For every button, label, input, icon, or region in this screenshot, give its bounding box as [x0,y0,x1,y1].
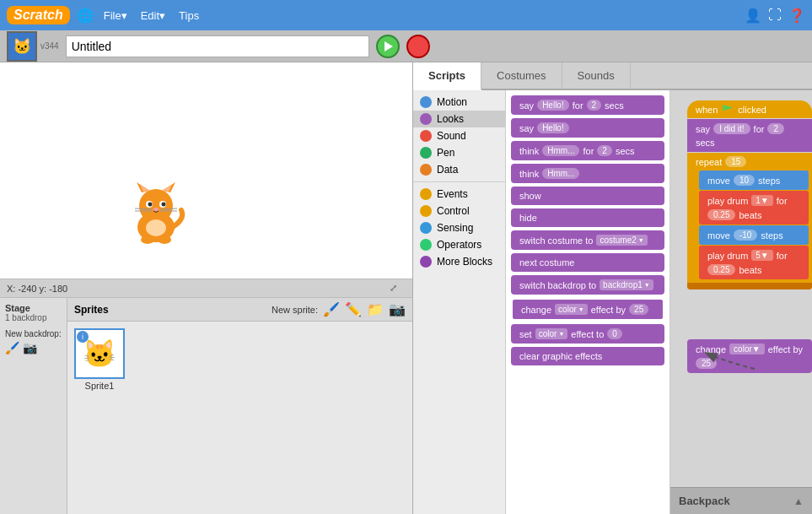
svg-point-8 [148,203,153,207]
stop-button[interactable] [406,35,430,58]
stage-info: Stage 1 backdrop New backdrop: 🖌️ 📷 [0,298,67,514]
cat-moreblocks[interactable]: More Blocks [413,253,505,270]
block-text: beats [739,210,761,220]
x-coord: X: -240 y: -180 [7,284,67,294]
sprites-header: Sprites New sprite: 🖌️ ✏️ 📁 📷 [67,298,412,322]
block-text: for [777,251,788,261]
block-text: play drum [707,196,748,206]
scratch-logo[interactable]: Scratch [7,6,70,24]
move-10-block[interactable]: move 10 steps [699,170,809,190]
resize-icon[interactable]: ⤢ [390,283,397,294]
cat-sensing[interactable]: Sensing [413,219,505,236]
cat-looks[interactable]: Looks [413,111,505,127]
control-label: Control [437,205,470,217]
block-text: repeat [696,157,722,167]
effect-dropdown[interactable]: color [555,304,588,315]
fullscreen-icon[interactable]: ⛶ [768,8,782,24]
paint-icon[interactable]: 🖌️ [5,341,19,354]
color-effect-dropdown[interactable]: color▼ [729,344,765,354]
backpack-arrow-icon: ▲ [793,495,804,507]
help-icon[interactable]: ❓ [788,8,805,24]
photo-icon[interactable]: 📷 [23,341,37,354]
operators-label: Operators [437,239,481,251]
block-text: when [696,105,718,115]
camera-sprite-icon[interactable]: 📷 [389,301,406,317]
folder-sprite-icon[interactable]: 📁 [367,301,384,317]
tab-scripts[interactable]: Scripts [413,62,481,90]
sprite-item[interactable]: i 🐱 Sprite1 [74,328,125,391]
cat-data[interactable]: Data [413,161,505,178]
edit-menu[interactable]: Edit▾ [137,9,169,22]
share-icon[interactable]: 👤 [745,8,761,24]
block-hide[interactable]: hide [511,208,664,227]
drum-dropdown-5[interactable]: 5▼ [751,250,772,261]
backpack-label: Backpack [679,495,730,507]
pen-label: Pen [437,147,454,159]
svg-point-16 [158,235,171,244]
cat-events[interactable]: Events [413,186,505,203]
block-next-costume[interactable]: next costume [511,253,664,272]
stage-canvas[interactable] [0,62,412,279]
block-set-effect[interactable]: set color effect to 0 [511,324,664,344]
cat-sound[interactable]: Sound [413,127,505,144]
sprite-name: Sprite1 [85,381,115,391]
backpack[interactable]: Backpack ▲ [670,487,812,514]
repeat-block[interactable]: repeat 15 move 10 steps [687,153,812,289]
block-clear-effects[interactable]: clear graphic effects [511,347,664,365]
block-think-for-secs[interactable]: think Hmm... for 2 secs [511,141,664,160]
move-neg10-block[interactable]: move -10 steps [699,225,809,245]
block-switch-backdrop[interactable]: switch backdrop to backdrop1 [511,275,664,295]
cat-sprite[interactable] [118,181,194,251]
file-menu[interactable]: File▾ [100,9,131,22]
beats-value-1: 0.25 [707,209,735,220]
effect-set-dropdown[interactable]: color [535,328,568,339]
backdrop-dropdown[interactable]: backdrop1 [600,279,653,290]
data-label: Data [437,164,458,176]
tab-costumes[interactable]: Costumes [481,62,562,89]
block-categories: Motion Looks Sound Pen Data [413,90,506,514]
block-text: say [519,123,534,133]
drum-dropdown-1[interactable]: 1▼ [751,195,772,206]
scripts-workspace[interactable]: when clicked say I did it! for 2 secs [670,90,812,514]
play-drum-5-block[interactable]: play drum 5▼ for 0.25 beats [699,246,809,279]
play-drum-1-block[interactable]: play drum 1▼ for 0.25 beats [699,191,809,225]
globe-icon[interactable]: 🌐 [77,8,94,24]
scripts-content: Motion Looks Sound Pen Data [413,90,812,514]
tips-menu[interactable]: Tips [175,9,202,22]
block-say[interactable]: say Hello! [511,118,664,138]
block-text: say [519,100,534,111]
say-block[interactable]: say I did it! for 2 secs [687,119,812,152]
wand-sprite-icon[interactable]: ✏️ [345,301,362,317]
block-text: say [696,124,710,134]
sprites-list: i 🐱 Sprite1 [67,322,412,398]
block-text: effect to [571,329,604,339]
flag-symbol [723,105,733,115]
costume-dropdown[interactable]: costume2 [596,235,647,246]
new-backdrop-label: New backdrop: [5,329,62,338]
cat-pen[interactable]: Pen [413,144,505,161]
repeat-value: 15 [725,156,746,167]
project-name-input[interactable] [66,35,369,57]
cat-operators[interactable]: Operators [413,236,505,253]
block-show[interactable]: show [511,187,664,205]
block-change-effect[interactable]: change color effect by 25 [511,298,664,321]
when-flag-clicked-block[interactable]: when clicked [687,100,812,118]
bottom-panel: Stage 1 backdrop New backdrop: 🖌️ 📷 Spri… [0,297,412,514]
block-text: secs [605,100,624,111]
block-text: show [519,191,541,201]
cat-control[interactable]: Control [413,203,505,219]
block-think[interactable]: think Hmm... [511,164,664,183]
sprites-title: Sprites [74,304,109,316]
block-say-for-secs[interactable]: say Hello! for 2 secs [511,95,664,115]
svg-point-15 [141,235,154,244]
change-effect-block[interactable]: change color▼ effect by 25 [687,339,812,373]
tab-sounds[interactable]: Sounds [562,62,631,89]
cat-motion[interactable]: Motion [413,94,505,111]
block-text: clear graphic effects [519,351,602,361]
block-text: beats [739,265,761,275]
green-flag-button[interactable] [376,35,400,58]
paint-sprite-icon[interactable]: 🖌️ [323,301,340,317]
block-switch-costume[interactable]: switch costume to costume2 [511,230,664,250]
steps-value-neg: -10 [734,230,757,241]
beats-value-5: 0.25 [707,264,735,275]
